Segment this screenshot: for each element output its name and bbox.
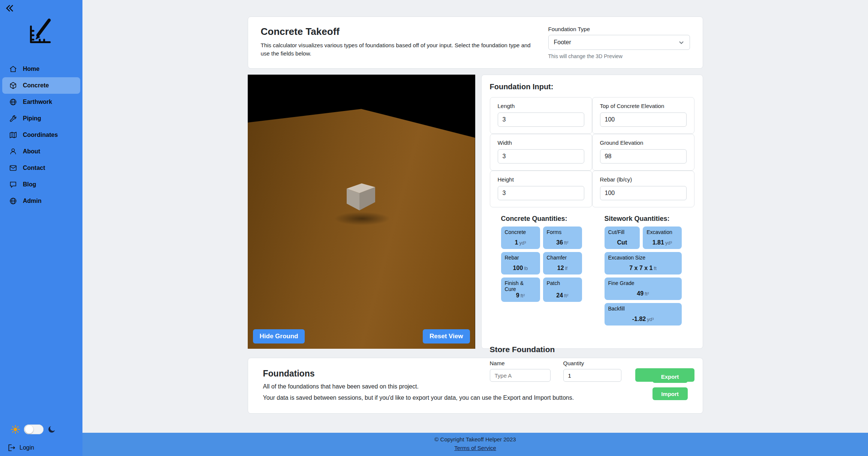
- ground-elevation-input[interactable]: [600, 149, 687, 164]
- user-icon: [9, 147, 17, 156]
- field-length: Length: [490, 97, 592, 134]
- store-foundation-title: Store Foundation: [490, 345, 694, 354]
- globe-icon: [9, 197, 17, 205]
- ground-elevation-label: Ground Elevation: [600, 140, 687, 146]
- hide-ground-button[interactable]: Hide Ground: [253, 329, 305, 344]
- wrench-icon: [9, 114, 17, 123]
- foundation-input-grid: Length Top of Concrete Elevation Width: [490, 97, 694, 207]
- store-quantity-label: Quantity: [563, 360, 621, 366]
- export-button[interactable]: Export: [652, 370, 688, 383]
- 3d-preview-canvas[interactable]: Hide Ground Reset View: [248, 75, 475, 349]
- page-footer: © Copyright Takeoff Helper 2023 Terms of…: [82, 433, 868, 456]
- foundation-type-select[interactable]: Footer: [548, 35, 690, 50]
- sidebar-item-admin[interactable]: Admin: [0, 193, 82, 209]
- import-button[interactable]: Import: [652, 387, 688, 400]
- login-icon: [7, 443, 16, 452]
- foundations-line1: All of the foundations that have been sa…: [263, 383, 574, 390]
- width-input[interactable]: [498, 149, 584, 164]
- sitework-quantities-title: Sitework Quantities:: [605, 215, 682, 223]
- quantity-pill-finish-cure: Finish & Cure 9ft²: [501, 278, 540, 302]
- height-label: Height: [498, 176, 584, 183]
- envelope-icon: [9, 164, 17, 172]
- concrete-takeoff-header-card: Concrete Takeoff This calculator visuali…: [248, 16, 703, 69]
- sidebar-item-label: Admin: [23, 198, 42, 204]
- toggle-knob: [25, 425, 33, 434]
- quantity-pill-fine-grade: Fine Grade 49ft²: [605, 278, 682, 300]
- sitework-quantities-section: Sitework Quantities: Cut/Fill Cut Excava…: [605, 215, 682, 326]
- login-button[interactable]: Login: [7, 443, 34, 452]
- width-label: Width: [498, 140, 584, 146]
- quantity-pill-excavation-size: Excavation Size 7 x 7 x 1ft: [605, 252, 682, 274]
- top-of-concrete-elevation-label: Top of Concrete Elevation: [600, 103, 687, 109]
- sidebar-item-blog[interactable]: Blog: [0, 176, 82, 193]
- sidebar-item-label: Concrete: [23, 82, 49, 89]
- sidebar-item-label: Home: [23, 66, 39, 72]
- foundation-type-hint: This will change the 3D Preview: [548, 53, 690, 59]
- sidebar-item-label: Contact: [23, 165, 45, 171]
- rebar-input[interactable]: [600, 186, 687, 200]
- foundation-type-value: Footer: [554, 39, 571, 46]
- quantity-pill-excavation: Excavation 1.81yd³: [643, 226, 681, 249]
- top-of-concrete-elevation-input[interactable]: [600, 112, 687, 127]
- home-icon: [9, 65, 17, 73]
- height-input[interactable]: [498, 186, 584, 200]
- sidebar-item-label: Blog: [23, 181, 36, 188]
- chat-icon: [9, 180, 17, 189]
- page-description: This calculator visualizes various types…: [261, 41, 538, 58]
- page-title: Concrete Takeoff: [261, 26, 538, 38]
- quantity-pill-concrete: Concrete 1yd³: [501, 226, 540, 249]
- sidebar-item-about[interactable]: About: [0, 143, 82, 160]
- sidebar-item-home[interactable]: Home: [0, 61, 82, 77]
- concrete-quantities-section: Concrete Quantities: Concrete 1yd³ Forms…: [501, 215, 582, 326]
- sidebar-item-concrete[interactable]: Concrete: [2, 77, 80, 94]
- rebar-label: Rebar (lb/cy): [600, 176, 687, 183]
- content-area: Concrete Takeoff This calculator visuali…: [82, 0, 868, 433]
- sidebar-item-label: Earthwork: [23, 99, 52, 105]
- copyright-text: © Copyright Takeoff Helper 2023: [82, 436, 868, 442]
- length-input[interactable]: [498, 112, 584, 127]
- sidebar-nav: Home Concrete Earthwork Piping Coordinat…: [0, 61, 82, 209]
- sidebar-item-coordinates[interactable]: Coordinates: [0, 127, 82, 143]
- field-rebar: Rebar (lb/cy): [592, 171, 694, 207]
- sidebar-collapse-icon[interactable]: [4, 3, 15, 14]
- quantity-pill-rebar: Rebar 100lb: [501, 252, 540, 274]
- sidebar: Home Concrete Earthwork Piping Coordinat…: [0, 0, 82, 456]
- cube-icon: [9, 81, 17, 90]
- dark-mode-toggle[interactable]: [24, 424, 43, 434]
- sidebar-item-label: Coordinates: [23, 132, 58, 138]
- quantity-pill-cut-fill: Cut/Fill Cut: [605, 226, 640, 249]
- map-icon: [9, 131, 17, 139]
- length-label: Length: [498, 103, 584, 109]
- sidebar-item-piping[interactable]: Piping: [0, 110, 82, 127]
- terms-of-service-link[interactable]: Terms of Service: [454, 445, 496, 451]
- foundation-input-title: Foundation Input:: [490, 82, 694, 91]
- reset-view-button[interactable]: Reset View: [423, 329, 470, 344]
- field-width: Width: [490, 134, 592, 171]
- theme-toggle-row: [10, 424, 56, 434]
- login-label: Login: [19, 444, 34, 451]
- field-ground-elevation: Ground Elevation: [592, 134, 694, 171]
- chevron-down-icon: [678, 39, 684, 45]
- store-name-label: Name: [490, 360, 551, 366]
- field-height: Height: [490, 171, 592, 207]
- main-area: Concrete Takeoff This calculator visuali…: [82, 0, 868, 456]
- sun-icon: [10, 424, 20, 434]
- concrete-quantities-title: Concrete Quantities:: [501, 215, 582, 223]
- quantity-pill-forms: Forms 36ft²: [543, 226, 582, 249]
- sidebar-item-label: Piping: [23, 115, 41, 122]
- moon-icon: [47, 425, 56, 434]
- foundations-line2: Your data is saved between sessions, but…: [263, 394, 574, 401]
- foundation-cube: [341, 179, 378, 214]
- globe-icon: [9, 98, 17, 106]
- quantity-pill-patch: Patch 24ft²: [543, 278, 582, 302]
- field-top-of-concrete-elevation: Top of Concrete Elevation: [592, 97, 694, 134]
- sidebar-item-label: About: [23, 148, 40, 155]
- foundation-type-label: Foundation Type: [548, 26, 690, 32]
- foundation-input-card: Foundation Input: Length Top of Concrete…: [481, 75, 703, 349]
- sidebar-item-contact[interactable]: Contact: [0, 160, 82, 176]
- quantity-pill-backfill: Backfill -1.82yd³: [605, 303, 682, 326]
- foundations-title: Foundations: [263, 369, 574, 379]
- app-logo-ruler-pencil-icon: [24, 16, 55, 47]
- sidebar-item-earthwork[interactable]: Earthwork: [0, 94, 82, 110]
- quantity-pill-chamfer: Chamfer 12lf: [543, 252, 582, 274]
